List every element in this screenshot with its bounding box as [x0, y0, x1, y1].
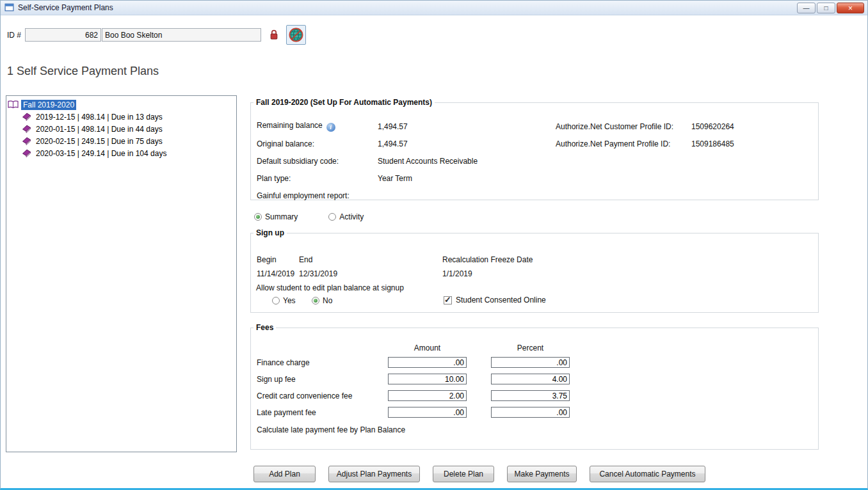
percent-header: Percent: [491, 344, 570, 352]
maximize-button[interactable]: □: [817, 3, 835, 13]
customer-profile-label: Authorize.Net Customer Profile ID:: [556, 122, 673, 131]
tree-item-label[interactable]: 2020-02-15 | 249.15 | Due in 75 days: [34, 136, 165, 146]
summary-radio[interactable]: Summary: [254, 212, 298, 221]
tree-item-label[interactable]: 2020-03-15 | 249.14 | Due in 104 days: [34, 148, 168, 159]
open-book-icon: [8, 100, 19, 109]
tree-item-installment[interactable]: 2020-02-15 | 249.15 | Due in 75 days: [8, 135, 235, 147]
tree-item-installment[interactable]: 2020-01-15 | 498.14 | Due in 44 days: [8, 123, 235, 135]
tree-item-plan[interactable]: Fall 2019-2020: [8, 99, 235, 111]
end-value: 12/31/2019: [299, 269, 337, 278]
begin-value: 11/14/2019: [257, 269, 294, 278]
allow-edit-no-radio[interactable]: No: [312, 296, 332, 305]
credit-card-fee-percent-input[interactable]: [491, 390, 570, 401]
subsidiary-code-label: Default subsidiary code:: [257, 157, 339, 166]
end-label: End: [299, 255, 312, 264]
tree-item-installment[interactable]: 2020-03-15 | 249.14 | Due in 104 days: [8, 147, 235, 159]
payment-plans-tree[interactable]: Fall 2019-2020 2019-12-15 | 498.14 | Due…: [6, 95, 237, 452]
freeze-date-value: 1/1/2019: [442, 269, 472, 278]
no-radio-label: No: [323, 296, 332, 305]
adjust-plan-payments-button[interactable]: Adjust Plan Payments: [328, 466, 420, 482]
student-name-field[interactable]: [102, 28, 261, 42]
allow-edit-label: Allow student to edit plan balance at si…: [256, 283, 404, 292]
customer-profile-value: 1509620264: [691, 122, 734, 131]
summary-radio-label: Summary: [265, 212, 298, 221]
checkbox-icon: ✓: [444, 296, 452, 304]
freeze-date-label: Recalculation Freeze Date: [442, 255, 533, 264]
plan-details-group: Fall 2019-2020 (Set Up For Automatic Pay…: [250, 98, 819, 200]
sign-up-group: Sign up Begin End Recalculation Freeze D…: [250, 228, 819, 313]
minimize-button[interactable]: —: [797, 3, 816, 13]
subsidiary-code-value: Student Accounts Receivable: [378, 157, 478, 166]
late-fee-calculation-note: Calculate late payment fee by Plan Balan…: [257, 425, 405, 434]
yes-radio-label: Yes: [283, 296, 296, 305]
window-controls: — □ ×: [797, 3, 864, 13]
radio-circle-icon: [328, 213, 336, 221]
tree-item-label[interactable]: Fall 2019-2020: [21, 100, 76, 110]
delete-plan-button[interactable]: Delete Plan: [433, 466, 494, 482]
payment-profile-label: Authorize.Net Payment Profile ID:: [556, 139, 670, 148]
app-icon: [4, 3, 15, 13]
info-icon[interactable]: i: [326, 123, 335, 132]
plan-details-title: Fall 2019-2020 (Set Up For Automatic Pay…: [253, 98, 435, 107]
payment-profile-value: 1509186485: [691, 139, 734, 148]
book-icon: [22, 149, 31, 157]
gainful-employment-label: Gainful employment report:: [257, 191, 350, 200]
fees-title: Fees: [253, 323, 276, 332]
fees-group: Fees Amount Percent Finance charge Sign …: [250, 323, 819, 450]
allow-edit-yes-radio[interactable]: Yes: [272, 296, 296, 305]
id-input[interactable]: [25, 28, 101, 42]
credit-card-fee-amount-input[interactable]: [388, 390, 467, 401]
finance-charge-percent-input[interactable]: [491, 357, 570, 368]
sign-up-fee-amount-input[interactable]: [388, 374, 467, 384]
tree-item-label[interactable]: 2019-12-15 | 498.14 | Due in 13 days: [34, 112, 165, 122]
late-payment-fee-amount-input[interactable]: [388, 407, 467, 418]
page-heading: 1 Self Service Payment Plans: [7, 65, 159, 78]
plan-type-label: Plan type:: [257, 174, 291, 183]
radio-circle-icon: [272, 297, 280, 304]
student-consented-label: Student Consented Online: [456, 296, 546, 304]
sign-up-fee-label: Sign up fee: [257, 375, 296, 384]
view-toggle: Summary Activity: [254, 212, 364, 221]
web-payment-profile-button[interactable]: [286, 25, 306, 45]
radio-circle-icon: [312, 297, 319, 304]
radio-circle-icon: [254, 213, 262, 221]
credit-card-fee-label: Credit card convenience fee: [257, 391, 352, 400]
id-label: ID #: [7, 31, 21, 40]
window-title: Self-Service Payment Plans: [18, 3, 113, 12]
sign-up-title: Sign up: [253, 228, 287, 237]
tree-item-label[interactable]: 2020-01-15 | 498.14 | Due in 44 days: [34, 124, 165, 134]
close-button[interactable]: ×: [837, 3, 864, 13]
cancel-automatic-payments-button[interactable]: Cancel Automatic Payments: [590, 466, 705, 482]
original-balance-label: Original balance:: [257, 139, 314, 148]
book-icon: [22, 113, 31, 121]
remaining-balance-value: 1,494.57: [378, 122, 408, 131]
plan-type-value: Year Term: [378, 174, 412, 183]
book-icon: [22, 137, 31, 145]
activity-radio-label: Activity: [339, 212, 364, 221]
begin-label: Begin: [257, 255, 277, 264]
finance-charge-amount-input[interactable]: [388, 357, 467, 368]
amount-header: Amount: [388, 344, 467, 352]
self-service-payment-plans-window: Self-Service Payment Plans — □ × ID # 1 …: [0, 0, 868, 490]
action-buttons: Add Plan Adjust Plan Payments Delete Pla…: [253, 466, 705, 482]
sign-up-fee-percent-input[interactable]: [491, 374, 570, 384]
lock-icon: [269, 29, 278, 40]
late-payment-fee-percent-input[interactable]: [491, 407, 570, 418]
titlebar[interactable]: Self-Service Payment Plans — □ ×: [1, 1, 867, 15]
tree-item-installment[interactable]: 2019-12-15 | 498.14 | Due in 13 days: [8, 111, 235, 123]
add-plan-button[interactable]: Add Plan: [253, 466, 316, 482]
globe-icon: [289, 28, 303, 42]
book-icon: [22, 125, 31, 133]
activity-radio[interactable]: Activity: [328, 212, 364, 221]
remaining-balance-label: Remaining balancei: [257, 121, 335, 132]
student-consented-checkbox[interactable]: ✓ Student Consented Online: [444, 296, 546, 304]
make-payments-button[interactable]: Make Payments: [507, 466, 577, 482]
original-balance-value: 1,494.57: [378, 139, 408, 148]
late-payment-fee-label: Late payment fee: [257, 408, 316, 417]
finance-charge-label: Finance charge: [257, 358, 310, 367]
